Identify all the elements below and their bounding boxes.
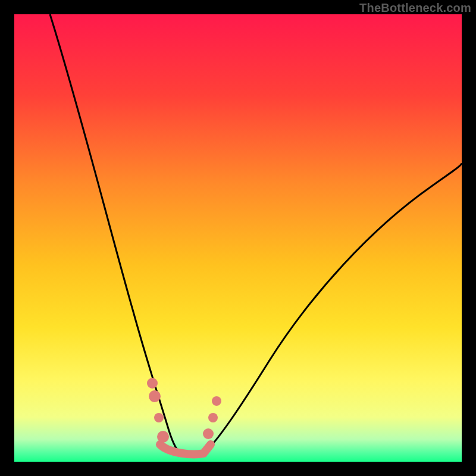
plot-area [14,14,462,462]
chart-curves [14,14,462,462]
svg-point-1 [147,378,158,389]
left-curve [50,14,181,453]
svg-point-5 [203,428,214,439]
svg-point-6 [208,413,218,422]
svg-point-3 [154,413,164,422]
svg-point-7 [212,396,221,406]
watermark-text: TheBottleneck.com [359,1,471,15]
chart-canvas: TheBottleneck.com [0,0,476,476]
svg-point-4 [157,431,169,443]
valley-floor [160,444,211,454]
right-curve [203,163,462,453]
svg-point-2 [149,390,161,402]
valley-markers [147,378,221,443]
